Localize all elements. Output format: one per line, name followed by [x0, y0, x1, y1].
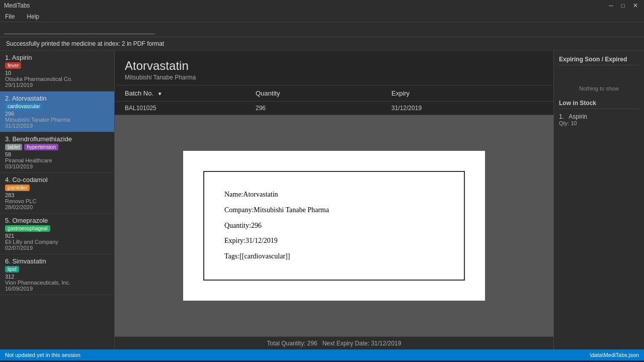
sidebar-item-date: 31/12/2019	[5, 123, 109, 129]
col-batch: Batch No. ▼	[125, 89, 256, 97]
sidebar-item-title: 6. Simvastatin	[5, 257, 109, 265]
window-controls: ─ □ ✕	[607, 2, 640, 9]
print-expiry: Expiry:31/12/2019	[224, 233, 444, 249]
sidebar-item[interactable]: 4. Co-codamolpainkiller283Renovo PLC28/0…	[0, 173, 114, 214]
sidebar-item-title: 4. Co-codamol	[5, 176, 109, 184]
tag-label: painkiller	[5, 185, 30, 191]
medicine-title: Atorvastatin	[125, 59, 543, 73]
sidebar-item-title: 3. Bendroflumethiazide	[5, 135, 109, 143]
col-expiry: Expiry	[391, 89, 543, 97]
col-qty: Quantity	[256, 89, 391, 97]
sidebar-item-qty: 312	[5, 274, 109, 280]
sidebar-item-title: 1. Aspirin	[5, 54, 109, 61]
low-item-name: 1. Aspirin	[559, 113, 639, 120]
sidebar-item-company: Mitsubishi Tanabe Pharma	[5, 117, 109, 123]
table-body: BAL101025 296 31/12/2019	[115, 102, 553, 115]
status-right: \data\MediTabs.json	[590, 352, 639, 358]
right-panel: Expiring Soon / Expired Nothing to show …	[553, 51, 644, 349]
sidebar-item-title: 5. Omeprazole	[5, 217, 109, 224]
app-title: MediTabs	[4, 2, 30, 9]
menu-help[interactable]: Help	[24, 12, 42, 21]
low-stock-section: Low in Stock 1. Aspirin Qty: 10	[559, 100, 639, 126]
next-expiry-value: 31/12/2019	[371, 340, 401, 347]
sidebar-item[interactable]: 5. Omeprazolegastroesophageal921Eli Lill…	[0, 214, 114, 254]
expiring-title: Expiring Soon / Expired	[559, 56, 639, 65]
low-stock-title: Low in Stock	[559, 100, 639, 109]
sidebar-item-company: Otsuka Pharmaceutical Co.	[5, 76, 109, 82]
tag-label: gastroesophageal	[5, 225, 50, 232]
content-area: Atorvastatin Mitsubishi Tanabe Pharma Ba…	[115, 51, 553, 349]
status-message: Successfully printed the medicine at ind…	[0, 37, 644, 51]
sidebar-item-company: Renovo PLC	[5, 198, 109, 204]
cell-qty: 296	[256, 105, 391, 112]
sidebar-item-qty: 58	[5, 151, 109, 157]
detail-header: Atorvastatin Mitsubishi Tanabe Pharma	[115, 51, 553, 85]
sidebar-item-date: 29/11/2019	[5, 82, 109, 88]
table-header: Batch No. ▼ Quantity Expiry	[115, 85, 553, 102]
sidebar-item-title: 2. Atorvastatin	[5, 95, 109, 102]
tag-label: hypertension	[24, 144, 58, 150]
titlebar: MediTabs ─ □ ✕	[0, 0, 644, 11]
low-stock-item: 1. Aspirin Qty: 10	[559, 113, 639, 126]
status-bar: Not updated yet in this session \data\Me…	[0, 349, 644, 360]
sidebar-item-qty: 283	[5, 192, 109, 198]
sidebar-item-company: Piramal Healthcare	[5, 157, 109, 163]
bottom-bar: Total Quantity: 296 Next Expiry Date: 31…	[115, 336, 553, 349]
close-button[interactable]: ✕	[631, 2, 640, 9]
sidebar-item-date: 16/09/2019	[5, 286, 109, 292]
print-name: Name:Atorvastatin	[224, 187, 444, 203]
sidebar-item-date: 03/10/2019	[5, 163, 109, 169]
total-qty-label: Total Quantity:	[267, 340, 306, 347]
nothing-to-show: Nothing to show	[559, 85, 639, 92]
search-bar	[0, 22, 644, 37]
print-tags: Tags:[[cardiovascular]]	[224, 249, 444, 264]
sidebar-item-qty: 296	[5, 111, 109, 117]
table-row: BAL101025 296 31/12/2019	[125, 105, 543, 112]
main-layout: 1. Aspirinfever10Otsuka Pharmaceutical C…	[0, 51, 644, 349]
sidebar-item[interactable]: 1. Aspirinfever10Otsuka Pharmaceutical C…	[0, 51, 114, 92]
minimize-button[interactable]: ─	[607, 2, 615, 9]
menu-file[interactable]: File	[2, 12, 18, 21]
sidebar-item-date: 02/07/2019	[5, 245, 109, 251]
maximize-button[interactable]: □	[619, 2, 627, 9]
sidebar-item-company: Vion Pharmaceuticals, Inc.	[5, 280, 109, 286]
print-paper: Name:Atorvastatin Company:Mitsubishi Tan…	[183, 151, 485, 301]
sidebar-item-qty: 921	[5, 233, 109, 239]
sort-arrow-icon: ▼	[157, 91, 163, 97]
tag-label: cardiovascular	[5, 103, 42, 110]
print-preview-area: Name:Atorvastatin Company:Mitsubishi Tan…	[115, 115, 553, 336]
menubar: File Help	[0, 11, 644, 22]
sidebar-item[interactable]: 2. Atorvastatincardiovascular296Mitsubis…	[0, 92, 114, 132]
medicine-list: 1. Aspirinfever10Otsuka Pharmaceutical C…	[0, 51, 115, 349]
tag-label: fever	[5, 62, 21, 69]
cell-batch: BAL101025	[125, 105, 256, 112]
print-company: Company:Mitsubishi Tanabe Pharma	[224, 203, 444, 218]
tag-label: lipid	[5, 266, 19, 273]
sidebar-item-qty: 10	[5, 70, 109, 76]
cell-expiry: 31/12/2019	[391, 105, 543, 112]
sidebar-item-company: Eli Lilly and Company	[5, 239, 109, 245]
next-expiry-label: Next Expiry Date:	[323, 340, 369, 347]
status-left: Not updated yet in this session	[5, 352, 80, 358]
medicine-company: Mitsubishi Tanabe Pharma	[125, 74, 543, 81]
tag-label: tablet	[5, 144, 22, 150]
print-qty: Quantity:296	[224, 218, 444, 234]
low-item-qty: Qty: 10	[559, 120, 639, 126]
sidebar-item[interactable]: 3. Bendroflumethiazidetablethypertension…	[0, 132, 114, 173]
search-input[interactable]	[4, 25, 155, 34]
sidebar-item[interactable]: 6. Simvastatinlipid312Vion Pharmaceutica…	[0, 254, 114, 295]
print-paper-inner: Name:Atorvastatin Company:Mitsubishi Tan…	[203, 171, 465, 281]
sidebar-item-date: 28/02/2020	[5, 204, 109, 210]
total-qty-value: 296	[307, 340, 317, 347]
